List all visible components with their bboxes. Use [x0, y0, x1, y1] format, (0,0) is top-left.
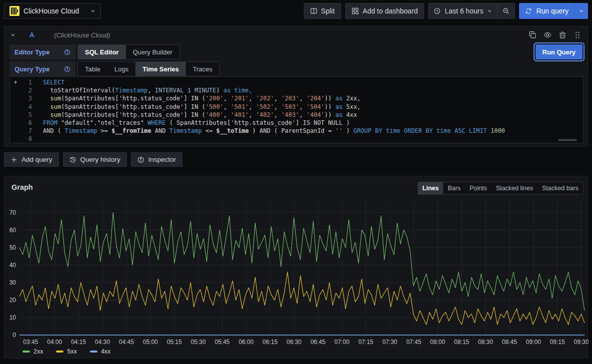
x-tick-label: 05:15 — [167, 339, 182, 346]
add-to-dashboard-button[interactable]: Add to dashboard — [345, 3, 425, 19]
duplicate-query-icon[interactable] — [529, 31, 537, 39]
query-type-logs[interactable]: Logs — [107, 62, 135, 76]
code-token: ) — [216, 86, 223, 94]
query-type-table[interactable]: Table — [78, 62, 107, 76]
code-line[interactable]: +1SELECT — [10, 78, 583, 86]
code-line[interactable]: 3 sum(SpanAttributes['http.status_code']… — [10, 94, 583, 102]
y-tick-label: 30 — [9, 279, 16, 286]
glyph-margin — [10, 127, 21, 135]
time-range-picker[interactable]: Last 6 hours — [429, 3, 497, 18]
graph-style-options: Lines Bars Points Stacked lines Stacked … — [418, 182, 584, 195]
sql-code-editor[interactable]: +1SELECT2 toStartOfInterval(Timestamp, I… — [9, 76, 584, 143]
code-token: , — [249, 94, 256, 102]
line-number: 4 — [21, 103, 32, 111]
glyph-margin: + — [10, 78, 21, 86]
run-query-top-button[interactable]: Run query — [519, 3, 575, 19]
collapse-chevron-icon[interactable] — [10, 32, 15, 37]
glyph-margin — [10, 119, 21, 127]
delete-query-icon[interactable] — [559, 31, 567, 39]
line-number: 2 — [21, 86, 32, 94]
x-tick-label: 04:45 — [119, 339, 134, 346]
code-token: "default"."otel_traces" — [57, 119, 148, 127]
code-token: )) — [325, 111, 336, 119]
mode-stacked-bars[interactable]: Stacked bars — [538, 182, 583, 194]
code-line[interactable]: 2 toStartOfInterval(Timestamp, INTERVAL … — [10, 86, 583, 94]
zoom-out-time-button[interactable] — [498, 3, 515, 18]
query-type-row: Query Type Table Logs Time Series Traces — [9, 61, 220, 76]
code-line[interactable]: 7AND ( Timestamp >= $__fromTime AND Time… — [10, 127, 583, 135]
drag-handle-icon[interactable] — [574, 31, 582, 39]
x-tick-label: 04:00 — [47, 339, 62, 346]
y-tick-label: 20 — [9, 297, 16, 304]
code-token: ) — [343, 127, 354, 135]
code-line[interactable]: 4 sum(SpanAttributes['http.status_code']… — [10, 103, 583, 111]
query-type-traces[interactable]: Traces — [186, 62, 219, 76]
chevron-down-icon — [579, 8, 584, 13]
legend-label: 4xx — [101, 348, 110, 355]
query-history-label: Query history — [80, 156, 120, 163]
code-token: , — [148, 86, 155, 94]
time-series-chart[interactable]: 01020304050607003:4504:0004:1504:3004:45… — [4, 196, 589, 346]
run-query-dropdown[interactable] — [575, 3, 588, 19]
code-token: 1000 — [487, 127, 505, 135]
code-token: 5xx, — [343, 103, 361, 111]
editor-type-query-builder[interactable]: Query Builder — [126, 45, 179, 59]
query-type-label: Query Type — [9, 61, 75, 76]
glyph-margin — [10, 135, 21, 143]
code-token: $__fromTime — [111, 127, 151, 135]
y-tick-label: 50 — [9, 244, 16, 251]
glyph-margin — [10, 94, 21, 102]
split-button[interactable]: Split — [304, 3, 341, 19]
editor-type-label: Editor Type — [9, 44, 75, 59]
panel-title: Graph — [11, 183, 33, 191]
info-icon[interactable] — [64, 66, 70, 72]
mode-stacked-lines[interactable]: Stacked lines — [492, 182, 538, 194]
code-line[interactable]: 6FROM "default"."otel_traces" WHERE ( Sp… — [10, 119, 583, 127]
run-query-top-label: Run query — [536, 7, 569, 15]
x-tick-label: 07:30 — [382, 339, 397, 346]
graph-panel: Graph Lines Bars Points Stacked lines St… — [4, 176, 588, 359]
code-token: '503' — [281, 103, 299, 111]
x-tick-label: 06:30 — [287, 339, 302, 346]
code-token: GROUP BY time ORDER BY time ASC LIMIT — [353, 127, 487, 135]
code-token: sum — [50, 94, 61, 102]
chart-legend: 2xx5xx4xx — [22, 348, 110, 355]
x-tick-label: 05:45 — [215, 339, 230, 346]
add-query-button[interactable]: Add query — [4, 152, 59, 167]
run-query-button[interactable]: Run Query — [536, 44, 583, 59]
code-token: , — [249, 103, 256, 111]
legend-item-4xx[interactable]: 4xx — [90, 348, 110, 355]
toggle-visibility-icon[interactable] — [544, 31, 552, 39]
code-token: , — [274, 94, 281, 102]
mode-bars[interactable]: Bars — [443, 182, 465, 194]
code-token: '404' — [306, 111, 324, 119]
x-tick-label: 03:45 — [23, 339, 38, 346]
legend-item-5xx[interactable]: 5xx — [56, 348, 76, 355]
plus-icon — [10, 156, 17, 163]
code-token: '203' — [281, 94, 299, 102]
mode-lines[interactable]: Lines — [418, 182, 444, 194]
code-token: (SpanAttributes['http.status_code'] IN ( — [61, 111, 205, 119]
x-tick-label: 09:00 — [526, 339, 541, 346]
line-number: 1 — [21, 78, 32, 86]
legend-item-2xx[interactable]: 2xx — [22, 348, 43, 355]
query-type-time-series[interactable]: Time Series — [135, 62, 186, 76]
mode-points[interactable]: Points — [465, 182, 492, 194]
code-token: FROM — [43, 119, 57, 127]
datasource-picker[interactable]: ClickHouse Cloud — [4, 3, 101, 19]
code-line[interactable]: 5 sum(SpanAttributes['http.status_code']… — [10, 111, 583, 119]
query-editor-card: A (ClickHouse Cloud) Editor Type SQL Edi… — [4, 26, 588, 147]
query-history-button[interactable]: Query history — [63, 152, 127, 167]
editor-type-options: SQL Editor Query Builder — [77, 44, 180, 59]
horizontal-scrollbar[interactable] — [558, 139, 577, 141]
code-line[interactable]: 8 — [10, 135, 583, 143]
info-icon[interactable] — [64, 49, 70, 55]
inspector-button[interactable]: Inspector — [131, 152, 183, 167]
add-query-label: Add query — [21, 156, 52, 163]
x-tick-label: 05:00 — [143, 339, 158, 346]
code-token: INTERVAL 1 MINUTE — [155, 86, 216, 94]
legend-swatch — [90, 351, 97, 353]
editor-type-sql-editor[interactable]: SQL Editor — [78, 45, 126, 59]
code-token: 2xx, — [343, 94, 361, 102]
code-token: '201' — [231, 94, 249, 102]
